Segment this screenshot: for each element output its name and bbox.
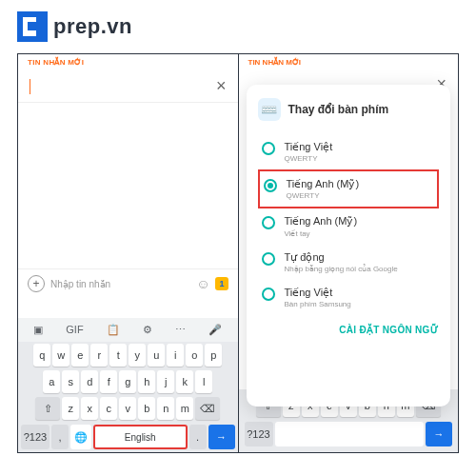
- modal-header: ⌨️ Thay đổi bàn phím: [258, 98, 440, 121]
- key-g[interactable]: g: [119, 370, 136, 393]
- key-i[interactable]: i: [167, 344, 184, 367]
- radio-icon: [262, 142, 275, 155]
- key-h[interactable]: h: [138, 370, 155, 393]
- screen-header: TIN NHẮN MỚI: [239, 54, 459, 70]
- key-m[interactable]: m: [176, 397, 193, 420]
- key-o[interactable]: o: [186, 344, 203, 367]
- key-globe-icon[interactable]: 🌐: [70, 425, 91, 449]
- key-j[interactable]: j: [157, 370, 174, 393]
- key-comma[interactable]: ,: [51, 425, 69, 449]
- key-v[interactable]: v: [119, 397, 136, 420]
- key-k[interactable]: k: [176, 370, 193, 393]
- key-send[interactable]: →: [208, 425, 235, 449]
- radio-icon: [262, 216, 275, 229]
- mic-icon[interactable]: 🎤: [208, 324, 222, 336]
- key-dot[interactable]: .: [189, 425, 207, 449]
- modal-title: Thay đổi bàn phím: [288, 103, 389, 116]
- keyboard-option-1[interactable]: Tiếng Anh (Mỹ)QWERTY: [258, 169, 440, 208]
- keyboard-option-4[interactable]: Tiếng ViệtBàn phím Samsung: [258, 280, 440, 315]
- screen-right: TIN NHẮN MỚI × ⌨️ Thay đổi bàn phím Tiến…: [239, 53, 460, 453]
- logo-icon: [17, 11, 48, 42]
- key-w[interactable]: w: [52, 344, 69, 367]
- logo-text: prep.vn: [53, 14, 132, 39]
- option-label: Tiếng Anh (Mỹ): [287, 178, 360, 190]
- keyboard-option-0[interactable]: Tiếng ViệtQWERTY: [258, 134, 440, 169]
- option-sublabel: Bàn phím Samsung: [285, 300, 351, 308]
- option-label: Tiếng Việt: [285, 287, 351, 299]
- key-z[interactable]: z: [62, 397, 79, 420]
- key-n[interactable]: n: [157, 397, 174, 420]
- key-space[interactable]: [275, 422, 425, 446]
- key-a[interactable]: a: [43, 370, 60, 393]
- language-settings-link[interactable]: CÀI ĐẶT NGÔN NGỮ: [258, 325, 440, 335]
- key-d[interactable]: d: [81, 370, 98, 393]
- screen-left: TIN NHẮN MỚI × + Nhập tin nhắn ☺ 1 ▣ GIF…: [17, 53, 239, 453]
- key-send[interactable]: →: [426, 422, 452, 446]
- option-sublabel: QWERTY: [287, 191, 360, 200]
- key-p[interactable]: p: [205, 344, 222, 367]
- key-backspace[interactable]: ⌫: [195, 397, 220, 420]
- language-button[interactable]: English: [93, 425, 188, 449]
- gif-button[interactable]: GIF: [66, 324, 83, 336]
- key-s[interactable]: s: [62, 370, 79, 393]
- key-numbers[interactable]: ?123: [245, 422, 273, 446]
- key-b[interactable]: b: [138, 397, 155, 420]
- key-l[interactable]: l: [195, 370, 212, 393]
- attach-plus-icon[interactable]: +: [28, 275, 45, 292]
- key-numbers[interactable]: ?123: [21, 425, 50, 449]
- close-icon[interactable]: ×: [216, 76, 227, 96]
- radio-icon: [262, 288, 275, 301]
- keyboard-option-2[interactable]: Tiếng Anh (Mỹ)Viết tay: [258, 208, 440, 244]
- option-sublabel: QWERTY: [285, 154, 333, 163]
- settings-icon[interactable]: ⚙: [143, 324, 152, 336]
- emoji-icon[interactable]: ☺: [196, 276, 209, 291]
- clipboard-icon[interactable]: 📋: [107, 324, 120, 336]
- key-f[interactable]: f: [100, 370, 117, 393]
- key-e[interactable]: e: [71, 344, 89, 367]
- radio-icon-selected: [264, 179, 277, 192]
- option-sublabel: Nhập bằng giọng nói của Google: [285, 265, 398, 273]
- key-u[interactable]: u: [148, 344, 165, 367]
- radio-icon: [262, 252, 275, 266]
- key-t[interactable]: t: [109, 344, 127, 367]
- keyboard-toolbar: ▣ GIF 📋 ⚙ ⋯ 🎤: [18, 318, 238, 342]
- keyboard-change-modal: ⌨️ Thay đổi bàn phím Tiếng ViệtQWERTY Ti…: [247, 85, 451, 407]
- keyboard: ▣ GIF 📋 ⚙ ⋯ 🎤 q w e r t y u i o p a: [18, 318, 238, 452]
- option-label: Tự động: [285, 251, 398, 264]
- keyboard-modal-icon: ⌨️: [258, 98, 281, 121]
- text-cursor: [30, 79, 30, 94]
- screen-header: TIN NHẮN MỚI: [18, 54, 238, 70]
- option-label: Tiếng Anh (Mỹ): [285, 215, 358, 228]
- option-sublabel: Viết tay: [285, 229, 358, 238]
- key-x[interactable]: x: [81, 397, 98, 420]
- key-y[interactable]: y: [129, 344, 146, 367]
- key-row-2: a s d f g h j k l: [18, 368, 238, 395]
- sim-badge[interactable]: 1: [215, 277, 228, 290]
- key-r[interactable]: r: [90, 344, 108, 367]
- language-label: English: [125, 432, 156, 443]
- more-icon[interactable]: ⋯: [175, 324, 186, 336]
- key-row-3: ⇧ z x c v b n m ⌫: [18, 395, 238, 422]
- screenshot-pair: TIN NHẮN MỚI × + Nhập tin nhắn ☺ 1 ▣ GIF…: [0, 53, 476, 470]
- message-input[interactable]: Nhập tin nhắn: [50, 279, 190, 289]
- option-label: Tiếng Việt: [285, 141, 333, 153]
- message-input-row: + Nhập tin nhắn ☺ 1: [18, 268, 238, 298]
- key-row-bottom: ?123 , 🌐 English . →: [18, 422, 238, 452]
- key-c[interactable]: c: [100, 397, 117, 420]
- key-row-1: q w e r t y u i o p: [18, 342, 238, 368]
- brand-logo: prep.vn: [0, 0, 476, 53]
- keyboard-option-3[interactable]: Tự độngNhập bằng giọng nói của Google: [258, 245, 440, 280]
- key-q[interactable]: q: [33, 344, 50, 367]
- compose-row[interactable]: ×: [18, 70, 238, 103]
- key-shift[interactable]: ⇧: [35, 397, 60, 420]
- sticker-icon[interactable]: ▣: [33, 324, 43, 336]
